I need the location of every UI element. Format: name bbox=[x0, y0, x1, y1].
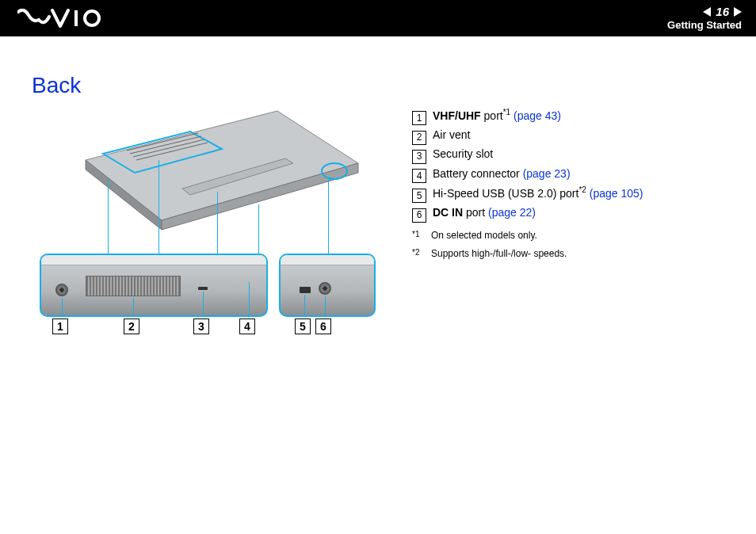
callout-list: 1 VHF/UHF port*1 (page 43) 2 Air vent 3 … bbox=[412, 103, 643, 265]
page-ref-link[interactable]: (page 105) bbox=[590, 187, 643, 200]
callout-number: 2 bbox=[412, 131, 426, 145]
page-ref-link[interactable]: (page 22) bbox=[488, 206, 536, 219]
back-right-detail bbox=[279, 254, 376, 317]
callout-item: 2 Air vent bbox=[412, 126, 643, 143]
callout-number: 5 bbox=[412, 189, 426, 203]
callout-item: 4 Battery connector (page 23) bbox=[412, 165, 643, 182]
callout-marker-1: 1 bbox=[52, 318, 68, 334]
callout-marker-5: 5 bbox=[295, 318, 311, 334]
callout-item: 5 Hi-Speed USB (USB 2.0) port*2 (page 10… bbox=[412, 184, 643, 202]
header-bar: 16 Getting Started bbox=[0, 0, 756, 36]
callout-marker-3: 3 bbox=[193, 318, 209, 334]
callout-item: 6 DC IN port (page 22) bbox=[412, 204, 643, 221]
footnote: *2 Supports high-/full-/low- speeds. bbox=[412, 246, 643, 261]
callout-number: 1 bbox=[412, 111, 426, 125]
page-ref-link[interactable]: (page 43) bbox=[514, 109, 561, 122]
svg-rect-0 bbox=[74, 10, 78, 26]
footnote: *1 On selected models only. bbox=[412, 228, 643, 243]
section-title[interactable]: Getting Started bbox=[667, 19, 742, 32]
footnotes: *1 On selected models only. *2 Supports … bbox=[412, 228, 643, 261]
callout-item: 1 VHF/UHF port*1 (page 43) bbox=[412, 106, 643, 124]
callout-marker-2: 2 bbox=[124, 318, 139, 334]
callout-marker-4: 4 bbox=[239, 318, 255, 334]
back-left-detail bbox=[40, 254, 268, 317]
page-nav: 16 Getting Started bbox=[667, 5, 742, 32]
svg-point-1 bbox=[85, 11, 99, 25]
callout-item: 3 Security slot bbox=[412, 145, 643, 162]
vaio-logo bbox=[17, 9, 105, 28]
page-ref-link[interactable]: (page 23) bbox=[523, 167, 571, 180]
prev-page-icon[interactable] bbox=[703, 7, 711, 17]
page-number: 16 bbox=[716, 5, 729, 19]
callout-number: 3 bbox=[412, 150, 426, 164]
callout-number: 6 bbox=[412, 208, 426, 223]
page-title: Back bbox=[32, 73, 724, 98]
laptop-underside-image bbox=[79, 109, 365, 244]
back-view-diagram: 1 2 3 4 5 6 bbox=[32, 103, 388, 341]
callout-number: 4 bbox=[412, 169, 426, 183]
next-page-icon[interactable] bbox=[734, 7, 742, 17]
callout-marker-6: 6 bbox=[315, 318, 331, 334]
